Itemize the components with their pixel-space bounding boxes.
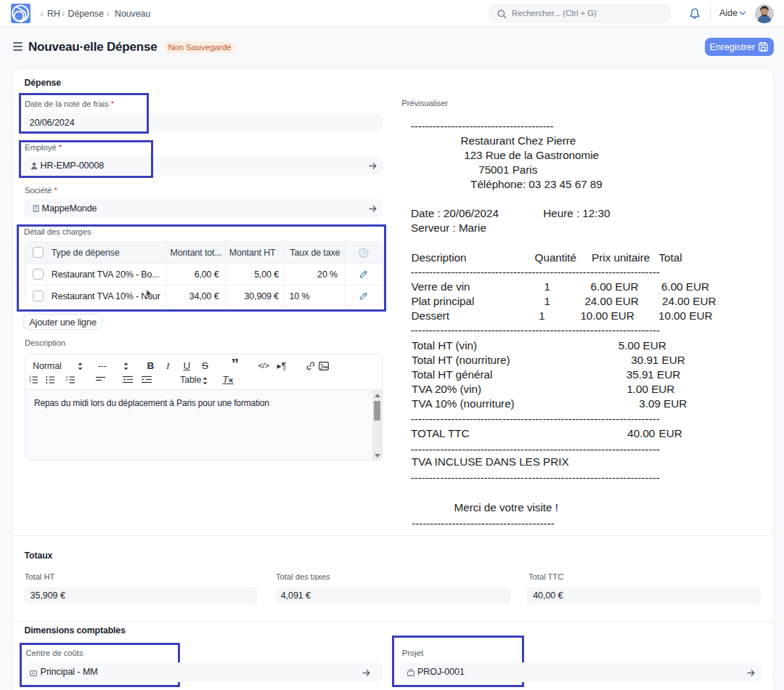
svg-text:2: 2 xyxy=(29,378,31,383)
